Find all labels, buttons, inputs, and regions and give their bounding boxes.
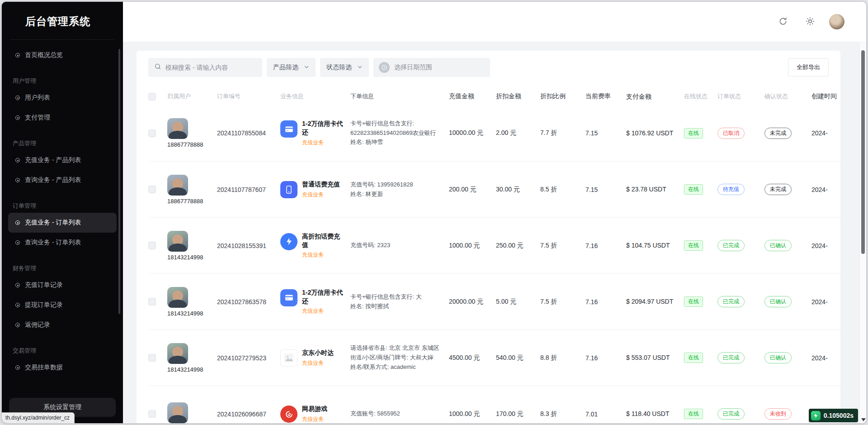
scroll-down-arrow[interactable] (861, 418, 866, 421)
speed-bolt-icon (811, 411, 821, 420)
table-body: 18867778888 20241107855084 1-2万信用卡代还 充值业… (148, 105, 829, 423)
order-status-badge: 已完成 (717, 352, 745, 363)
sidebar-section-label: 产品管理 (13, 137, 117, 150)
date-range-picker[interactable]: 选择日期范围 (373, 58, 490, 77)
sidebar-item-recharge-orders[interactable]: 充值业务 - 订单列表 (8, 213, 117, 233)
order-info: 请选择省市县: 北京 北京市 东城区街道/小区/商场门牌号: 大叔大婶姓名/联系… (350, 344, 449, 372)
pay-amount: $ 118.40 USDT (626, 409, 684, 418)
column-header: 确认状态 (764, 92, 811, 100)
sidebar-item-payment-manage[interactable]: 支付管理 (8, 108, 117, 128)
discount-amount: 30.00 元 (496, 186, 540, 194)
order-status-badge: 已完成 (717, 408, 745, 420)
sidebar-item-rebate-records[interactable]: 返佣记录 (8, 315, 117, 335)
sidebar-section-label: 用户管理 (13, 74, 117, 88)
sidebar-item-recharge-records[interactable]: 充值订单记录 (8, 275, 117, 295)
user-phone: 18867778888 (167, 141, 210, 148)
refresh-button[interactable] (775, 14, 791, 30)
sidebar-item-label: 充值业务 - 订单列表 (25, 219, 81, 227)
sidebar-item-withdraw-records[interactable]: 提现订单记录 (8, 295, 117, 315)
search-input[interactable] (165, 64, 256, 71)
discount-amount: 5.00 元 (496, 298, 540, 306)
sidebar-item-label: 提现订单记录 (25, 301, 63, 309)
confirm-status-badge: 已确认 (764, 296, 792, 307)
topbar (123, 2, 866, 42)
search-icon (154, 63, 161, 72)
date-range-placeholder: 选择日期范围 (394, 63, 432, 72)
link-preview: th.dsyl.xyz/admin/order_cz (2, 412, 75, 423)
recharge-amount: 20000.00 元 (449, 298, 496, 306)
business-type-tag: 充值业务 (302, 415, 327, 423)
order-info: 卡号+银行信息包含支行: 大姓名: 按时擦拭 (350, 292, 449, 311)
table-row: 18867778888 20241107855084 1-2万信用卡代还 充值业… (148, 105, 840, 161)
status-filter-select[interactable]: 状态筛选 (320, 58, 369, 77)
select-all-checkbox[interactable] (148, 93, 156, 100)
user-phone: 18867778888 (167, 198, 210, 205)
confirm-status-badge: 已确认 (764, 240, 792, 251)
sidebar-item-label: 交易挂单数据 (25, 363, 63, 372)
order-info: 充值号码: 2323 (350, 241, 449, 250)
current-rate: 7.16 (585, 298, 626, 306)
clock-icon (379, 62, 390, 73)
sidebar-item-query-orders[interactable]: 查询业务 - 订单列表 (8, 233, 117, 253)
main-content: 产品筛选 状态筛选 选择日期范围 全部导出 (123, 42, 866, 423)
user-phone: 18143214998 (167, 310, 210, 317)
filter-toolbar: 产品筛选 状态筛选 选择日期范围 全部导出 (148, 58, 829, 77)
sidebar: 后台管理系统 首页概况总览 用户管理 用户列表 支付管理 产品管理 充值业务 -… (2, 2, 123, 423)
table-row: 18867778888 20241107787607 普通话费充值 充值业务 充… (148, 161, 840, 217)
user-avatar-photo (167, 402, 188, 423)
product-filter-select[interactable]: 产品筛选 (267, 58, 316, 77)
circle-icon (15, 283, 20, 287)
sidebar-section-label: 订单管理 (13, 199, 117, 213)
scrollbar-thumb[interactable] (861, 50, 865, 254)
row-checkbox[interactable] (148, 298, 156, 306)
page-scrollbar[interactable] (859, 42, 866, 423)
user-avatar[interactable] (829, 14, 844, 29)
recharge-amount: 200.00 元 (449, 186, 496, 194)
discount-ratio: 8.3 折 (540, 410, 585, 418)
order-number: 20241028155391 (217, 242, 266, 249)
theme-toggle-button[interactable] (802, 14, 818, 30)
current-rate: 7.15 (585, 186, 626, 193)
pay-amount: $ 104.75 USDT (626, 241, 684, 250)
order-number: 20241107787607 (217, 186, 266, 193)
column-header: 折扣金额 (496, 92, 540, 100)
phone-icon (280, 181, 297, 198)
chevron-down-icon (304, 64, 309, 71)
row-checkbox[interactable] (148, 242, 156, 249)
sidebar-item-label: 用户列表 (25, 94, 50, 102)
order-number: 20241107855084 (217, 129, 266, 137)
column-header: 折扣比例 (540, 92, 585, 100)
app-title: 后台管理系统 (2, 2, 123, 29)
app-window: 后台管理系统 首页概况总览 用户管理 用户列表 支付管理 产品管理 充值业务 -… (1, 1, 867, 424)
column-header: 在线状态 (684, 92, 717, 100)
sidebar-scrollbar[interactable] (118, 49, 120, 314)
online-status-badge: 在线 (684, 353, 703, 363)
order-number: 20241026096687 (217, 411, 266, 418)
row-checkbox[interactable] (148, 129, 156, 137)
order-list-card: 产品筛选 状态筛选 选择日期范围 全部导出 (137, 51, 840, 423)
row-checkbox[interactable] (148, 354, 156, 362)
credit-card-icon (280, 120, 297, 138)
search-box (148, 58, 262, 77)
circle-icon (15, 96, 20, 100)
circle-icon (15, 53, 20, 57)
sidebar-item-recharge-products[interactable]: 充值业务 - 产品列表 (8, 150, 117, 170)
load-time-value: 0.105002s (824, 412, 854, 419)
sidebar-item-user-list[interactable]: 用户列表 (8, 88, 117, 108)
sidebar-item-dashboard[interactable]: 首页概况总览 (8, 45, 117, 65)
sidebar-item-query-products[interactable]: 查询业务 - 产品列表 (8, 170, 117, 190)
online-status-badge: 在线 (684, 409, 703, 419)
chevron-down-icon (357, 64, 363, 71)
created-time: 2024- (811, 186, 840, 193)
online-status-badge: 在线 (684, 296, 703, 307)
table-row: 18143214998 20241027863578 1-2万信用卡代还 充值业… (148, 273, 840, 329)
row-checkbox[interactable] (148, 186, 156, 193)
game-icon (280, 406, 297, 423)
sidebar-item-trade-pending-data[interactable]: 交易挂单数据 (8, 358, 117, 377)
business-type-tag: 充值业务 (302, 307, 343, 315)
order-number: 20241027279523 (217, 354, 266, 362)
business-type-tag: 充值业务 (302, 191, 340, 199)
row-checkbox[interactable] (148, 410, 156, 418)
column-header: 创建时间 (811, 92, 840, 100)
export-all-button[interactable]: 全部导出 (788, 58, 829, 76)
